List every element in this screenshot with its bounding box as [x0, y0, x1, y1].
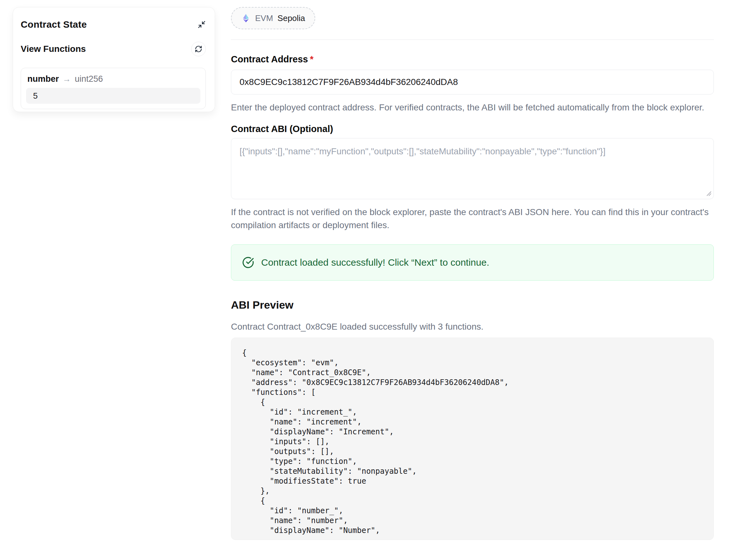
- refresh-button[interactable]: [191, 42, 206, 56]
- function-card: number → uint256 5: [21, 68, 206, 109]
- abi-preview-subtitle: Contract Contract_0x8C9E loaded successf…: [231, 320, 714, 333]
- badge-ecosystem-label: EVM: [255, 13, 273, 23]
- contract-address-input[interactable]: [231, 70, 714, 95]
- function-result-value: 5: [26, 88, 200, 104]
- contract-abi-field: [231, 138, 714, 199]
- success-message: Contract loaded successfully! Click “Nex…: [261, 257, 489, 268]
- badge-network-label: Sepolia: [278, 13, 305, 23]
- ethereum-icon: [241, 13, 251, 23]
- contract-state-card: Contract State View Functions: [13, 7, 215, 112]
- arrow-right-icon: →: [63, 74, 71, 84]
- minimize-icon[interactable]: [198, 20, 206, 29]
- abi-preview-code: { "ecosystem": "evm", "name": "Contract_…: [231, 338, 714, 540]
- contract-abi-helper: If the contract is not verified on the b…: [231, 206, 714, 232]
- view-functions-title: View Functions: [21, 44, 86, 54]
- main-content: EVM Sepolia Contract Address* Enter the …: [231, 0, 714, 540]
- resize-handle-icon[interactable]: [706, 190, 711, 196]
- function-signature: number → uint256: [26, 74, 200, 84]
- function-name: number: [27, 74, 59, 84]
- contract-setup-page: Contract State View Functions: [0, 0, 731, 560]
- network-badge[interactable]: EVM Sepolia: [231, 7, 315, 29]
- contract-abi-label: Contract ABI (Optional): [231, 123, 714, 134]
- function-return-type: uint256: [75, 74, 103, 84]
- required-asterisk: *: [310, 54, 313, 64]
- check-circle-icon: [242, 256, 254, 269]
- contract-abi-textarea[interactable]: [231, 138, 714, 199]
- contract-state-header: Contract State: [21, 19, 206, 30]
- success-alert: Contract loaded successfully! Click “Nex…: [231, 244, 714, 281]
- contract-address-label: Contract Address*: [231, 54, 714, 65]
- abi-preview-title: ABI Preview: [231, 298, 714, 311]
- refresh-icon: [195, 45, 202, 53]
- view-functions-header: View Functions: [21, 42, 206, 56]
- contract-address-label-text: Contract Address: [231, 54, 308, 64]
- contract-state-title: Contract State: [21, 19, 87, 30]
- divider: [231, 39, 714, 40]
- contract-address-helper: Enter the deployed contract address. For…: [231, 101, 714, 114]
